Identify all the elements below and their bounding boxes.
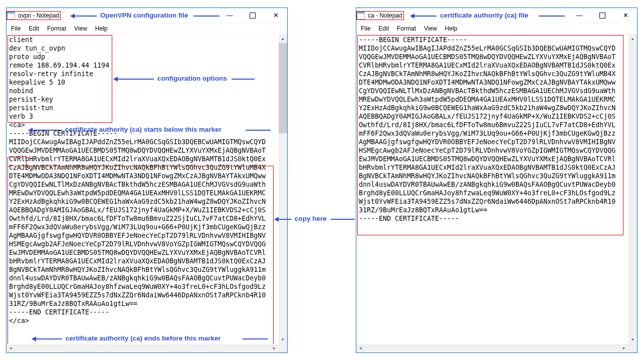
vertical-scrollbar[interactable]: ▴ ▾ [628, 35, 637, 344]
notepad-icon [7, 12, 15, 20]
anno-copy-here: copy here [295, 215, 327, 222]
arrow-icon [275, 219, 291, 220]
anno-ca-title: certificate authority (ca) file [440, 12, 528, 19]
anno-ca-ends: certificate authority (ca) ends before t… [66, 334, 221, 342]
scroll-left-icon[interactable]: ◂ [7, 344, 15, 352]
menu-help[interactable]: Help [442, 24, 461, 33]
anno-config-options: configuration options [157, 75, 227, 82]
notepad-icon [357, 12, 365, 20]
arrow-icon [29, 130, 62, 131]
close-button[interactable]: ✕ [614, 8, 637, 23]
horizontal-scrollbar[interactable]: ◂ ▸ [356, 344, 637, 352]
anno-ovpn-title: OpenVPN configuration file [100, 12, 188, 19]
minimize-button[interactable]: — [568, 8, 591, 23]
vertical-scrollbar[interactable]: ▴ ▾ [279, 35, 287, 344]
highlight-certificate-right [358, 36, 623, 235]
scroll-right-icon[interactable]: ▸ [270, 344, 279, 352]
menu-format[interactable]: Format [393, 24, 419, 33]
scroll-left-icon[interactable]: ◂ [356, 344, 365, 352]
menu-file[interactable]: File [8, 24, 24, 33]
text-area[interactable]: client dev tun_c_ovpn proto udp remote 1… [7, 35, 279, 344]
scroll-right-icon[interactable]: ▸ [620, 344, 628, 352]
menu-view[interactable]: View [71, 24, 91, 33]
scroll-down-icon[interactable]: ▾ [279, 335, 287, 344]
scroll-up-icon[interactable]: ▴ [279, 35, 287, 43]
menubar: File Edit Format View Help [356, 23, 637, 34]
menu-edit[interactable]: Edit [25, 24, 43, 33]
arrow-icon [539, 16, 565, 17]
scroll-up-icon[interactable]: ▴ [628, 35, 637, 43]
arrow-icon [410, 16, 437, 17]
window-title: ca - Notepad [368, 12, 402, 19]
scrollbar-thumb[interactable] [279, 43, 287, 133]
menu-view[interactable]: View [420, 24, 441, 33]
menubar: File Edit Format View Help [7, 23, 287, 34]
ca-notepad-window: ca - Notepad — ✕ File Edit Format View H… [356, 8, 637, 353]
arrow-icon [246, 130, 271, 131]
arrow-icon [32, 338, 62, 339]
scroll-down-icon[interactable]: ▾ [628, 335, 637, 344]
text-area[interactable]: -----BEGIN CERTIFICATE----- MIIDojCCAwug… [356, 35, 628, 344]
close-button[interactable]: ✕ [264, 8, 287, 23]
minimize-button[interactable]: — [218, 8, 241, 23]
arrow-icon [331, 219, 355, 220]
arrow-icon [243, 338, 268, 339]
anno-ca-starts: certificate authority (ca) starts below … [65, 126, 222, 133]
arrow-icon [114, 79, 154, 80]
highlight-certificate-left [8, 166, 273, 344]
maximize-button[interactable] [591, 8, 614, 23]
menu-edit[interactable]: Edit [375, 24, 392, 33]
menu-file[interactable]: File [357, 24, 374, 33]
arrow-icon [71, 16, 97, 17]
ca-open-tag: <ca> [9, 121, 25, 129]
maximize-button[interactable] [241, 8, 264, 23]
horizontal-scrollbar[interactable]: ◂ ▸ [7, 344, 287, 352]
highlight-ca-open [8, 157, 26, 166]
arrow-icon [232, 79, 255, 80]
arrow-icon [193, 16, 220, 17]
highlight-config-options [8, 36, 112, 122]
menu-format[interactable]: Format [44, 24, 70, 33]
ovpn-notepad-window: ovpn - Notepad — ✕ File Edit Format View… [6, 8, 288, 353]
menu-help[interactable]: Help [92, 24, 111, 33]
window-title: ovpn - Notepad [18, 12, 59, 19]
